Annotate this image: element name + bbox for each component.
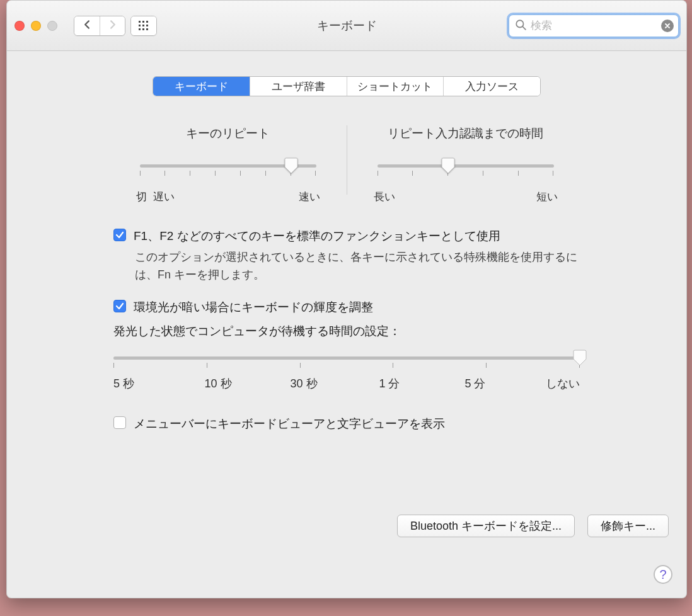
nav-back-forward bbox=[74, 16, 125, 36]
toolbar: キーボード bbox=[7, 1, 686, 51]
back-button[interactable] bbox=[74, 16, 100, 35]
menubar-viewer-checkbox[interactable] bbox=[113, 416, 126, 429]
bluetooth-keyboard-button[interactable]: Bluetooth キーボードを設定... bbox=[397, 515, 575, 537]
svg-rect-5 bbox=[146, 25, 148, 26]
tab-user-dictionary[interactable]: ユーザ辞書 bbox=[250, 77, 347, 96]
svg-line-10 bbox=[522, 26, 526, 30]
key-repeat-off-label: 切 bbox=[136, 190, 147, 204]
footer-buttons: Bluetooth キーボードを設定... 修飾キー... bbox=[397, 515, 669, 537]
modifier-keys-button[interactable]: 修飾キー... bbox=[587, 515, 669, 537]
delay-long-label: 長い bbox=[374, 190, 395, 204]
svg-rect-6 bbox=[139, 28, 141, 30]
fn-keys-label: F1、F2 などのすべてのキーを標準のファンクションキーとして使用 bbox=[134, 227, 500, 245]
svg-rect-0 bbox=[139, 21, 141, 23]
backlight-wait-tick-labels: 5 秒 10 秒 30 秒 1 分 5 分 しない bbox=[113, 375, 580, 393]
svg-rect-2 bbox=[146, 21, 148, 23]
tick-5s: 5 秒 bbox=[113, 375, 151, 393]
backlight-row: 環境光が暗い場合にキーボードの輝度を調整 bbox=[113, 298, 580, 316]
fn-keys-row: F1、F2 などのすべてのキーを標準のファンクションキーとして使用 bbox=[113, 227, 580, 245]
key-repeat-group: キーのリピート 切 遅い 速い bbox=[134, 125, 323, 204]
zoom-window-button[interactable] bbox=[47, 21, 57, 31]
forward-button[interactable] bbox=[100, 16, 125, 35]
delay-slider[interactable] bbox=[371, 159, 560, 185]
tab-input-source[interactable]: 入力ソース bbox=[443, 77, 540, 96]
menubar-viewer-label: メニューバーにキーボードビューアと文字ビューアを表示 bbox=[134, 414, 445, 433]
backlight-checkbox[interactable] bbox=[113, 300, 126, 312]
tick-never: しない bbox=[542, 375, 580, 393]
key-repeat-fast-label: 速い bbox=[299, 190, 320, 204]
options-content: F1、F2 などのすべてのキーを標準のファンクションキーとして使用 このオプショ… bbox=[113, 227, 580, 433]
minimize-window-button[interactable] bbox=[31, 21, 41, 31]
search-field-wrap bbox=[509, 14, 679, 37]
key-repeat-labels: 切 遅い 速い bbox=[134, 190, 323, 204]
key-repeat-title: キーのリピート bbox=[134, 125, 323, 142]
close-window-button[interactable] bbox=[14, 21, 25, 31]
svg-rect-1 bbox=[142, 21, 144, 23]
tick-5m: 5 分 bbox=[456, 375, 494, 393]
tab-shortcut[interactable]: ショートカット bbox=[347, 77, 444, 96]
preferences-window: キーボード キーボード ユーザ辞書 ショートカット 入力ソース キーのリピート bbox=[6, 0, 687, 598]
key-repeat-slow-label: 遅い bbox=[147, 190, 299, 204]
tab-bar: キーボード ユーザ辞書 ショートカット 入力ソース bbox=[153, 76, 541, 96]
fn-keys-sub: このオプションが選択されているときに、各キーに示されている特殊機能を使用するには… bbox=[135, 249, 580, 284]
clear-search-button[interactable] bbox=[661, 20, 674, 32]
svg-rect-7 bbox=[142, 28, 144, 30]
key-repeat-slider[interactable] bbox=[134, 159, 323, 185]
menubar-viewer-row: メニューバーにキーボードビューアと文字ビューアを表示 bbox=[113, 414, 580, 433]
window-controls bbox=[14, 21, 57, 31]
delay-labels: 長い 短い bbox=[371, 190, 560, 204]
pane-body: キーボード ユーザ辞書 ショートカット 入力ソース キーのリピート 切 遅い 速… bbox=[7, 51, 686, 433]
delay-short-label: 短い bbox=[536, 190, 558, 204]
search-icon bbox=[515, 19, 526, 33]
help-button[interactable]: ? bbox=[654, 565, 672, 584]
grid-icon bbox=[131, 16, 156, 35]
show-all-button[interactable] bbox=[130, 16, 157, 36]
search-input[interactable] bbox=[509, 14, 679, 37]
svg-rect-8 bbox=[146, 28, 148, 30]
delay-group: リピート入力認識までの時間 長い 短い bbox=[371, 125, 560, 204]
tick-10s: 10 秒 bbox=[199, 375, 237, 393]
tick-30s: 30 秒 bbox=[285, 375, 323, 393]
tick-1m: 1 分 bbox=[371, 375, 408, 393]
backlight-wait-slider[interactable]: 5 秒 10 秒 30 秒 1 分 5 分 しない bbox=[113, 351, 580, 396]
delay-title: リピート入力認識までの時間 bbox=[371, 125, 560, 142]
backlight-label: 環境光が暗い場合にキーボードの輝度を調整 bbox=[134, 298, 373, 316]
fn-keys-checkbox[interactable] bbox=[113, 229, 126, 241]
backlight-wait-label: 発光した状態でコンピュータが待機する時間の設定： bbox=[113, 322, 580, 340]
tab-keyboard[interactable]: キーボード bbox=[153, 77, 250, 96]
svg-rect-4 bbox=[142, 25, 144, 26]
clear-icon bbox=[661, 20, 674, 32]
svg-rect-3 bbox=[139, 25, 141, 26]
sliders-row: キーのリピート 切 遅い 速い リピート入力認識までの時間 bbox=[7, 125, 686, 204]
vertical-divider bbox=[347, 125, 347, 195]
